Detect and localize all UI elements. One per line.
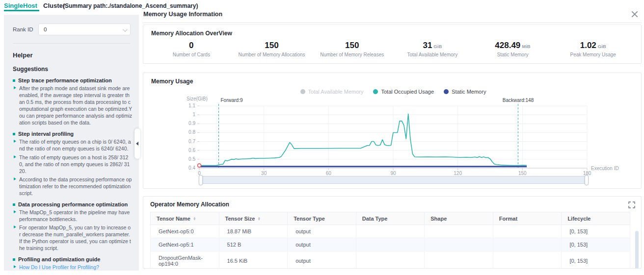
tab-cluster[interactable]: Cluster: [43, 2, 65, 9]
svg-text:60: 60: [326, 171, 332, 176]
cell-shape: [425, 238, 493, 251]
stat-value: 0: [189, 41, 193, 50]
chevron-down-icon: [123, 27, 128, 32]
cell-size: 512 B: [219, 238, 288, 251]
cell-type: output: [288, 225, 356, 238]
stat-peak-memory-usage: 1.02GiBPeak Memory Usage: [553, 41, 633, 57]
column-header-data_type: Data Type: [356, 212, 425, 225]
stat-value: 31: [423, 41, 432, 50]
bullet-icon: [13, 133, 15, 135]
rank-id-value: 0: [44, 26, 47, 32]
svg-text:0.9: 0.9: [188, 121, 195, 126]
arrow-right-icon: [14, 140, 16, 143]
table-row[interactable]: GetNext-op5:018.87 MiBoutput [0, 153]: [151, 225, 630, 238]
cell-shape: [425, 225, 493, 238]
cell-lifecycle: [0, 153]: [562, 238, 630, 251]
cell-type: output: [288, 251, 356, 269]
active-tab-underline: [4, 10, 39, 11]
cell-size: 18.87 MiB: [219, 225, 288, 238]
line-chart: 03060901201501800.40.50.60.70.80.911.1Si…: [143, 86, 626, 185]
suggestion-text: According to the data processing perform…: [19, 176, 132, 197]
stat-label: Peak Memory Usage: [553, 52, 633, 57]
profiler-guide-link[interactable]: How Do I Use Profiler for Profiling?: [19, 264, 132, 271]
arrow-right-icon: [14, 155, 16, 158]
stat-label: Number of Cards: [151, 52, 232, 57]
cell-type: output: [288, 238, 356, 251]
memory-usage-chart-panel: Memory Usage Total Available MemoryTotal…: [143, 73, 642, 189]
arrow-right-icon: [14, 210, 16, 213]
cell-format: [493, 251, 562, 269]
cell-format: [493, 225, 562, 238]
cell-format: [493, 238, 562, 251]
sidebar-divider: [13, 43, 130, 44]
column-header-lifecycle: Lifecycle: [562, 212, 630, 225]
stat-number-of-memory-allocations: 150Number of Memory Allocations: [232, 41, 312, 57]
suggestion-text: The ratio of empty queues on a chip is 0…: [19, 138, 132, 152]
memory-usage-title: Memory Usage: [151, 78, 633, 85]
column-header-format: Format: [493, 212, 562, 225]
stat-unit: GiB: [598, 44, 606, 49]
column-header-type: Tensor Type: [288, 212, 356, 225]
table-row[interactable]: DropoutGenMask-op194:016.5 KiBoutput [0,…: [151, 251, 630, 269]
svg-text:0.6: 0.6: [188, 148, 195, 153]
cell-size: 16.5 KiB: [219, 251, 288, 269]
stat-unit: GiB: [433, 44, 442, 49]
sidebar-collapse-handle[interactable]: [134, 128, 140, 159]
column-header-shape: Shape: [425, 212, 493, 225]
arrow-right-icon: [14, 177, 16, 180]
zoom-handle-right[interactable]: [585, 175, 589, 185]
legend-item[interactable]: Total Available Memory: [300, 89, 364, 95]
suggestion-text: For operator MapOp_5, you can try to inc…: [19, 224, 132, 251]
collapse-arrow-icon: [136, 142, 138, 146]
suggestion-item: The ratio of empty queues on a chip is 0…: [13, 138, 132, 152]
overview-title: Memory Allocation OverView: [151, 30, 633, 37]
operator-memory-allocation-panel: Operator Memory Allocation Tensor Name▲▼…: [143, 196, 642, 269]
arrow-right-icon: [14, 265, 16, 268]
suggestion-item: After the praph mode and dataset sink mo…: [13, 85, 132, 126]
sort-icon[interactable]: ▲▼: [193, 217, 196, 220]
cell-name: GetNext-op5:1: [151, 238, 219, 251]
suggestions-title: Suggestions: [13, 66, 132, 73]
table-row[interactable]: GetNext-op5:1512 Boutput [0, 153]: [151, 238, 630, 251]
memory-usage-chart: Total Available MemoryTotal Occupied Usa…: [143, 86, 626, 186]
legend-dot-icon: [373, 89, 378, 94]
overview-stats: 0Number of Cards150Number of Memory Allo…: [151, 41, 633, 57]
expand-table-icon[interactable]: [628, 201, 635, 208]
svg-text:90: 90: [390, 171, 396, 176]
column-header-name[interactable]: Tensor Name▲▼: [151, 212, 219, 225]
suggestion-item[interactable]: How Do I Use Profiler for Profiling?: [13, 264, 132, 271]
suggestion-section-title: Step interval profiling: [13, 131, 132, 137]
zoom-handle-left[interactable]: [199, 175, 203, 185]
legend-item[interactable]: Total Occupied Usage: [373, 89, 434, 95]
table-scrollbar[interactable]: [635, 231, 639, 269]
legend-dot-icon: [300, 89, 305, 94]
operator-table-title: Operator Memory Allocation: [150, 201, 634, 208]
page-title: Memory Usage Information: [142, 11, 642, 18]
bullet-icon: [13, 258, 15, 261]
suggestion-text: After the praph mode and dataset sink mo…: [19, 85, 132, 126]
suggestion-item: The MapOp_5 operator in the pipeline may…: [13, 209, 132, 223]
rank-id-select[interactable]: 0: [38, 24, 131, 35]
sort-icon[interactable]: ▲▼: [258, 217, 261, 220]
suggestion-section-title: Data processing performance optimization: [13, 201, 132, 207]
stat-label: Number of Memory Allocations: [232, 52, 312, 57]
cell-shape: [425, 251, 493, 269]
svg-text:1.1: 1.1: [188, 103, 195, 108]
tab-singlehost[interactable]: SingleHost: [4, 2, 37, 9]
stat-value: 1.02: [580, 41, 596, 50]
stat-label: Total Available Memory: [392, 52, 473, 57]
svg-text:30: 30: [261, 171, 267, 176]
rank-id-label: Rank ID: [13, 26, 38, 32]
column-header-size[interactable]: Tensor Size▲▼: [219, 212, 288, 225]
legend-item[interactable]: Static Memory: [444, 89, 486, 95]
stat-value: 150: [265, 41, 278, 50]
chart-zoom-slider[interactable]: [200, 176, 587, 184]
helper-sidebar: Rank ID 0 Helper Suggestions Step trace …: [4, 15, 139, 271]
summary-path-label: (Summary path:./standalone_Ascend_summar…: [63, 2, 198, 9]
bullet-icon: [13, 203, 15, 206]
memory-usage-panel: Memory Usage Information Memory Allocati…: [142, 11, 642, 271]
stat-number-of-cards: 0Number of Cards: [151, 41, 232, 57]
arrow-right-icon: [14, 225, 16, 228]
close-icon[interactable]: [630, 10, 639, 19]
suggestion-item: The ratio of empty queues on a host is 2…: [13, 154, 132, 175]
